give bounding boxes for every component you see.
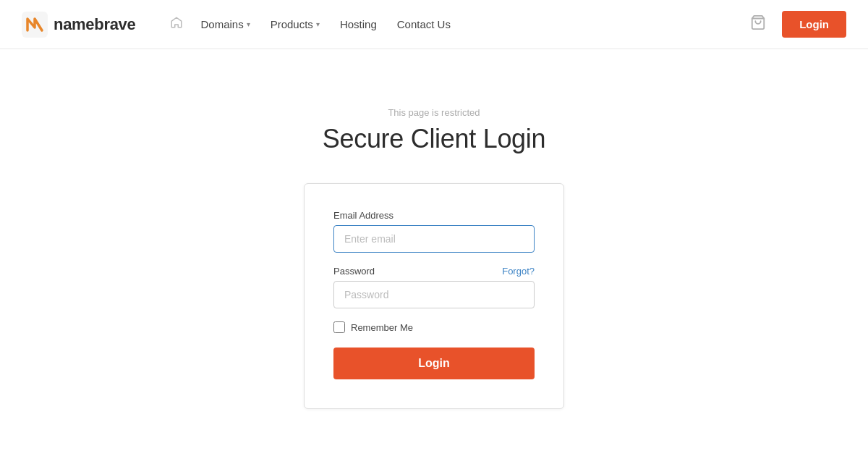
nav-item-hosting[interactable]: Hosting (331, 12, 386, 36)
chevron-down-icon: ▾ (247, 20, 250, 28)
page-title: Secure Client Login (323, 124, 546, 154)
remember-me-row: Remember Me (333, 321, 535, 333)
remember-me-checkbox[interactable] (333, 321, 345, 333)
cart-icon[interactable] (746, 10, 770, 38)
password-label: Password (333, 266, 375, 277)
logo-link[interactable]: namebrave (22, 12, 135, 38)
brand-name: namebrave (54, 15, 135, 34)
submit-login-button[interactable]: Login (333, 348, 535, 379)
main-content: This page is restricted Secure Client Lo… (0, 49, 868, 438)
nav-actions: Login (746, 10, 846, 38)
login-button[interactable]: Login (782, 11, 846, 38)
password-group: Password Forgot? (333, 266, 535, 308)
password-input[interactable] (333, 281, 535, 308)
nav-item-contact[interactable]: Contact Us (388, 12, 459, 36)
nav-links: Domains ▾ Products ▾ Hosting Contact Us (164, 10, 746, 38)
login-card: Email Address Password Forgot? Remember … (304, 183, 564, 409)
email-label-row: Email Address (333, 210, 535, 221)
home-icon[interactable] (164, 10, 189, 38)
email-label: Email Address (333, 210, 393, 221)
logo-icon (22, 12, 48, 38)
forgot-link[interactable]: Forgot? (502, 266, 535, 277)
email-group: Email Address (333, 210, 535, 253)
remember-me-label[interactable]: Remember Me (351, 322, 413, 333)
page-restricted-text: This page is restricted (388, 107, 480, 118)
nav-item-products[interactable]: Products ▾ (262, 12, 328, 36)
chevron-down-icon: ▾ (316, 20, 320, 28)
password-label-row: Password Forgot? (333, 266, 535, 277)
nav-item-domains[interactable]: Domains ▾ (192, 12, 258, 36)
email-input[interactable] (333, 225, 535, 253)
navbar: namebrave Domains ▾ Products ▾ Hosting C… (0, 0, 868, 49)
